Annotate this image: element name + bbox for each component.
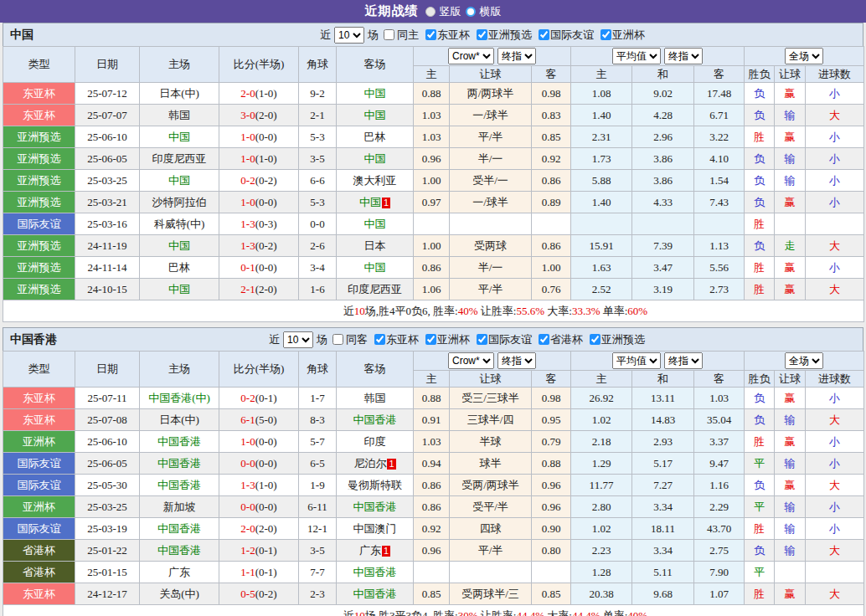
halftime-score: (2-0) — [255, 109, 277, 121]
match-row: 国际友谊25-06-05中国香港0-0(0-0)6-5尼泊尔10.94球半0.8… — [3, 453, 864, 475]
handicap-result: 输 — [775, 409, 806, 431]
corner-score: 7-7 — [299, 562, 337, 583]
avg-away-odds: 17.48 — [694, 83, 745, 105]
scope-select[interactable]: 全场 — [785, 48, 823, 64]
bookmaker-select[interactable]: Crow* — [448, 352, 494, 369]
fulltime-score: 0-2 — [240, 174, 255, 187]
away-odds: 0.89 — [532, 192, 571, 213]
vertical-layout-radio[interactable] — [425, 7, 436, 17]
avg-away-odds: 1.16 — [694, 475, 745, 496]
match-result: 胜 — [745, 126, 775, 148]
away-team: 中国香港 — [337, 583, 414, 605]
handicap-line: 受半/一 — [450, 170, 532, 192]
away-team: 韩国 — [337, 388, 414, 409]
score: 1-0(1-0) — [219, 148, 299, 170]
average-select[interactable]: 平均值 — [612, 48, 661, 64]
sub-col-goals: 进球数 — [806, 371, 864, 388]
away-odds: 0.96 — [532, 475, 571, 496]
col-corner: 角球 — [299, 352, 337, 388]
vertical-layout-label[interactable]: 竖版 — [440, 4, 461, 19]
away-team: 澳大利亚 — [337, 170, 414, 192]
away-team-name: 曼彻斯特联 — [348, 479, 402, 491]
same-venue-checkbox[interactable] — [332, 334, 343, 345]
league-filter-checkbox[interactable] — [590, 334, 601, 345]
match-result: 负 — [745, 235, 775, 257]
horizontal-layout-radio[interactable] — [466, 7, 476, 17]
away-team: 中国 — [337, 83, 414, 105]
odds-stage-select[interactable]: 终指 — [497, 352, 536, 369]
competition-badge: 亚洲预选 — [3, 257, 75, 279]
handicap-result: 赢 — [775, 388, 806, 409]
sub-col-handicap-result: 让球 — [775, 371, 806, 388]
score: 1-0(0-0) — [219, 192, 299, 213]
league-filter-checkbox[interactable] — [477, 334, 487, 345]
away-team: 中国1 — [337, 192, 414, 213]
league-filter-checkbox[interactable] — [539, 334, 549, 345]
league-filter-checkbox[interactable] — [374, 334, 385, 345]
goals-result: 小 — [806, 192, 864, 213]
handicap-result: 赢 — [775, 431, 806, 453]
fulltime-score: 1-0 — [240, 196, 255, 208]
horizontal-layout-label[interactable]: 横版 — [480, 4, 502, 19]
handicap-result: 赢 — [775, 126, 806, 148]
recent-count-select[interactable]: 10 — [334, 27, 364, 44]
fulltime-score: 0-0 — [240, 501, 255, 513]
avg-stage-select[interactable]: 终指 — [664, 352, 703, 369]
games-label: 场 — [317, 332, 327, 347]
match-result: 负 — [745, 388, 775, 409]
odds-stage-select[interactable]: 终指 — [497, 48, 536, 64]
league-filter: 亚洲杯 — [597, 28, 645, 43]
home-team-name: 广东 — [168, 566, 190, 578]
summary-text: 44.4% — [516, 609, 544, 616]
goals-result: 大 — [806, 475, 864, 496]
league-filter-label: 亚洲预选 — [488, 28, 532, 43]
handicap-line: 半/一 — [450, 148, 532, 170]
away-team-name: 中国 — [364, 109, 386, 121]
fulltime-score: 0-2 — [240, 392, 255, 404]
home-team-name: 中国香港 — [157, 544, 201, 557]
competition-badge: 亚洲预选 — [3, 192, 75, 213]
summary-text: 近 — [343, 609, 354, 616]
match-date: 25-07-08 — [75, 409, 140, 431]
away-team-name: 广东 — [359, 544, 381, 557]
col-home: 主场 — [140, 352, 219, 388]
league-filter-checkbox[interactable] — [477, 29, 487, 40]
avg-away-odds: 1.54 — [694, 170, 745, 192]
avg-draw-odds: 3.86 — [632, 170, 694, 192]
handicap-line: 受两/两球半 — [450, 475, 532, 496]
league-filter-label: 亚洲预选 — [601, 332, 645, 347]
league-filter-checkbox[interactable] — [425, 334, 436, 345]
league-filter-checkbox[interactable] — [539, 29, 549, 40]
avg-home-odds: 1.28 — [571, 562, 632, 583]
col-score: 比分(半场) — [219, 352, 299, 388]
scope-select[interactable]: 全场 — [785, 352, 823, 369]
league-filter-checkbox[interactable] — [425, 29, 436, 40]
away-odds: 0.88 — [532, 453, 571, 475]
sub-col-home-odds: 主 — [414, 66, 450, 83]
col-date: 日期 — [75, 47, 140, 83]
summary-row: 近10场,胜3平3负4, 胜率:30% 让胜率:44.4% 大率:44.4% 单… — [3, 605, 864, 616]
section-title: 中国 — [10, 28, 34, 43]
league-filter-checkbox[interactable] — [601, 29, 611, 40]
avg-draw-odds: 7.27 — [632, 475, 694, 496]
league-filter-label: 国际友谊 — [550, 28, 594, 43]
home-team-name: 中国 — [168, 174, 190, 187]
avg-home-odds: 1.40 — [571, 105, 632, 126]
halftime-score: (5-0) — [255, 413, 277, 426]
away-team: 中国香港 — [337, 496, 414, 518]
score: 2-0(1-0) — [219, 83, 299, 105]
avg-draw-odds: 14.83 — [632, 409, 694, 431]
recent-count-select[interactable]: 10 — [283, 331, 313, 348]
summary-text: 单率: — [600, 305, 627, 317]
avg-stage-select[interactable]: 终指 — [664, 48, 703, 64]
match-date: 25-06-05 — [75, 148, 140, 170]
avg-away-odds: 1.07 — [694, 583, 745, 605]
bookmaker-select[interactable]: Crow* — [448, 48, 494, 64]
average-select[interactable]: 平均值 — [612, 352, 661, 369]
away-odds: 0.98 — [532, 388, 571, 409]
same-venue-checkbox[interactable] — [384, 29, 394, 40]
section-hongkong: 中国香港 近 10 场 同客 东亚杯 亚洲杯 国际友谊 省港杯 亚洲预选 — [3, 327, 863, 616]
average-group-header: 平均值终指 — [571, 47, 745, 66]
fulltime-score: 0-5 — [240, 588, 255, 600]
handicap-line: 半/一 — [450, 257, 532, 279]
